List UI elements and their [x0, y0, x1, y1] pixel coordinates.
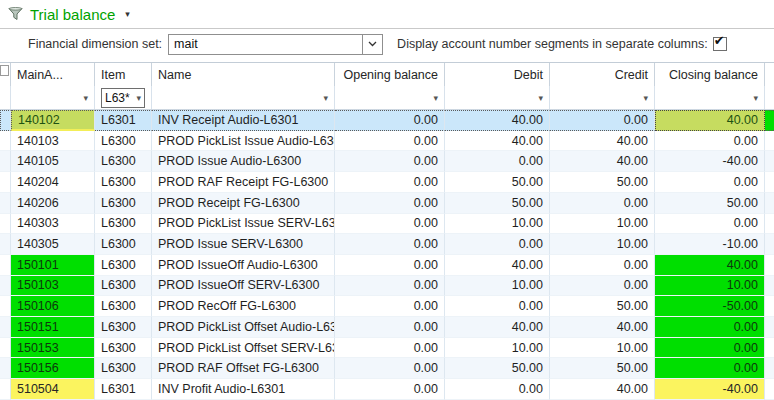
cell-main-account[interactable]: 150103 — [11, 276, 95, 297]
cell-credit[interactable]: 40.00 — [550, 131, 655, 152]
cell-name[interactable]: PROD PickList Offset SERV-L6300 — [152, 338, 335, 359]
column-header-closing[interactable]: Closing balance — [655, 63, 765, 86]
table-row[interactable]: 140305L6300PROD Issue SERV-L63000.000.00… — [0, 234, 774, 255]
row-selector-cell[interactable] — [0, 131, 11, 152]
cell-name[interactable]: PROD PickList Issue SERV-L6300 — [152, 214, 335, 235]
filter-cell-closing[interactable]: ▾ — [655, 86, 765, 109]
row-selector-cell[interactable] — [0, 172, 11, 193]
cell-opening-balance[interactable]: 0.00 — [335, 214, 445, 235]
cell-main-account[interactable]: 140105 — [11, 151, 95, 172]
cell-name[interactable]: PROD Issue SERV-L6300 — [152, 234, 335, 255]
cell-item[interactable]: L6300 — [95, 296, 152, 317]
cell-main-account[interactable]: 150106 — [11, 296, 95, 317]
cell-name[interactable]: PROD PickList Offset Audio-L6300 — [152, 317, 335, 338]
filter-cell-debit[interactable]: ▾ — [445, 86, 550, 109]
table-row[interactable]: 140105L6300PROD Issue Audio-L63000.000.0… — [0, 151, 774, 172]
cell-name[interactable]: PROD Issue Audio-L6300 — [152, 151, 335, 172]
row-selector-cell[interactable] — [0, 317, 11, 338]
cell-closing-balance[interactable]: 40.00 — [655, 255, 765, 276]
cell-debit[interactable]: 0.00 — [445, 234, 550, 255]
cell-opening-balance[interactable]: 0.00 — [335, 276, 445, 297]
table-row[interactable]: 510504L6301INV Profit Audio-L63010.000.0… — [0, 379, 774, 400]
filter-caret-icon[interactable]: ▾ — [643, 93, 648, 103]
row-selector-cell[interactable] — [0, 338, 11, 359]
cell-item[interactable]: L6300 — [95, 234, 152, 255]
filter-cell-credit[interactable]: ▾ — [550, 86, 655, 109]
cell-item[interactable]: L6301 — [95, 379, 152, 400]
cell-closing-balance[interactable]: 0.00 — [655, 214, 765, 235]
cell-item[interactable]: L6300 — [95, 358, 152, 379]
dimension-set-value[interactable]: mait — [169, 35, 362, 54]
cell-name[interactable]: INV Profit Audio-L6301 — [152, 379, 335, 400]
row-selector-cell[interactable] — [0, 110, 11, 131]
cell-closing-balance[interactable]: 0.00 — [655, 131, 765, 152]
table-row[interactable]: 140102L6301INV Receipt Audio-L63010.0040… — [0, 110, 774, 131]
cell-opening-balance[interactable]: 0.00 — [335, 131, 445, 152]
cell-debit[interactable]: 50.00 — [445, 172, 550, 193]
cell-opening-balance[interactable]: 0.00 — [335, 172, 445, 193]
cell-debit[interactable]: 0.00 — [445, 296, 550, 317]
cell-main-account[interactable]: 510504 — [11, 379, 95, 400]
table-row[interactable]: 150151L6300PROD PickList Offset Audio-L6… — [0, 317, 774, 338]
row-selector-cell[interactable] — [0, 193, 11, 214]
filter-caret-icon[interactable]: ▾ — [433, 93, 438, 103]
cell-opening-balance[interactable]: 0.00 — [335, 296, 445, 317]
cell-opening-balance[interactable]: 0.00 — [335, 193, 445, 214]
cell-item[interactable]: L6300 — [95, 131, 152, 152]
cell-credit[interactable]: 0.00 — [550, 193, 655, 214]
column-header-item[interactable]: Item — [95, 63, 152, 86]
cell-debit[interactable]: 40.00 — [445, 317, 550, 338]
column-header-opening[interactable]: Opening balance — [335, 63, 445, 86]
cell-opening-balance[interactable]: 0.00 — [335, 255, 445, 276]
cell-credit[interactable]: 10.00 — [550, 214, 655, 235]
item-filter-value[interactable]: L63* — [105, 91, 130, 105]
combobox-dropdown-button[interactable] — [362, 35, 382, 54]
row-selector-cell[interactable] — [0, 296, 11, 317]
item-filter-input[interactable]: L63*▾ — [101, 88, 145, 108]
row-selector-cell[interactable] — [0, 151, 11, 172]
cell-closing-balance[interactable]: 50.00 — [655, 193, 765, 214]
table-row[interactable]: 150156L6300PROD RAF Offset FG-L63000.005… — [0, 358, 774, 379]
cell-debit[interactable]: 40.00 — [445, 255, 550, 276]
table-row[interactable]: 150106L6300PROD RecOff FG-L63000.000.005… — [0, 296, 774, 317]
cell-credit[interactable]: 50.00 — [550, 358, 655, 379]
cell-debit[interactable]: 40.00 — [445, 131, 550, 152]
cell-debit[interactable]: 10.00 — [445, 276, 550, 297]
filter-cell-name[interactable]: ▾ — [152, 86, 335, 109]
cell-credit[interactable]: 40.00 — [550, 151, 655, 172]
select-all-checkbox[interactable] — [0, 65, 9, 76]
filter-cell-item[interactable]: L63*▾ — [95, 86, 152, 109]
cell-closing-balance[interactable]: 0.00 — [655, 317, 765, 338]
cell-credit[interactable]: 10.00 — [550, 338, 655, 359]
title-dropdown-caret-icon[interactable]: ▾ — [125, 9, 130, 19]
cell-closing-balance[interactable]: -10.00 — [655, 234, 765, 255]
column-header-credit[interactable]: Credit — [550, 63, 655, 86]
table-row[interactable]: 150101L6300PROD IssueOff Audio-L63000.00… — [0, 255, 774, 276]
cell-main-account[interactable]: 140204 — [11, 172, 95, 193]
cell-item[interactable]: L6300 — [95, 255, 152, 276]
cell-item[interactable]: L6301 — [95, 110, 152, 131]
cell-credit[interactable]: 50.00 — [550, 296, 655, 317]
cell-name[interactable]: PROD RAF Offset FG-L6300 — [152, 358, 335, 379]
row-selector-cell[interactable] — [0, 276, 11, 297]
cell-closing-balance[interactable]: 10.00 — [655, 276, 765, 297]
table-row[interactable]: 140303L6300PROD PickList Issue SERV-L630… — [0, 214, 774, 235]
cell-opening-balance[interactable]: 0.00 — [335, 234, 445, 255]
cell-name[interactable]: PROD PickList Issue Audio-L6300 — [152, 131, 335, 152]
cell-closing-balance[interactable]: 0.00 — [655, 358, 765, 379]
filter-cell-opening[interactable]: ▾ — [335, 86, 445, 109]
row-selector-cell[interactable] — [0, 234, 11, 255]
cell-credit[interactable]: 0.00 — [550, 276, 655, 297]
cell-item[interactable]: L6300 — [95, 193, 152, 214]
cell-closing-balance[interactable]: -50.00 — [655, 296, 765, 317]
cell-credit[interactable]: 40.00 — [550, 317, 655, 338]
filter-caret-icon[interactable]: ▾ — [136, 93, 141, 103]
cell-item[interactable]: L6300 — [95, 151, 152, 172]
cell-opening-balance[interactable]: 0.00 — [335, 379, 445, 400]
cell-opening-balance[interactable]: 0.00 — [335, 338, 445, 359]
cell-closing-balance[interactable]: 0.00 — [655, 172, 765, 193]
cell-opening-balance[interactable]: 0.00 — [335, 358, 445, 379]
table-row[interactable]: 140204L6300PROD RAF Receipt FG-L63000.00… — [0, 172, 774, 193]
cell-main-account[interactable]: 150156 — [11, 358, 95, 379]
cell-item[interactable]: L6300 — [95, 172, 152, 193]
